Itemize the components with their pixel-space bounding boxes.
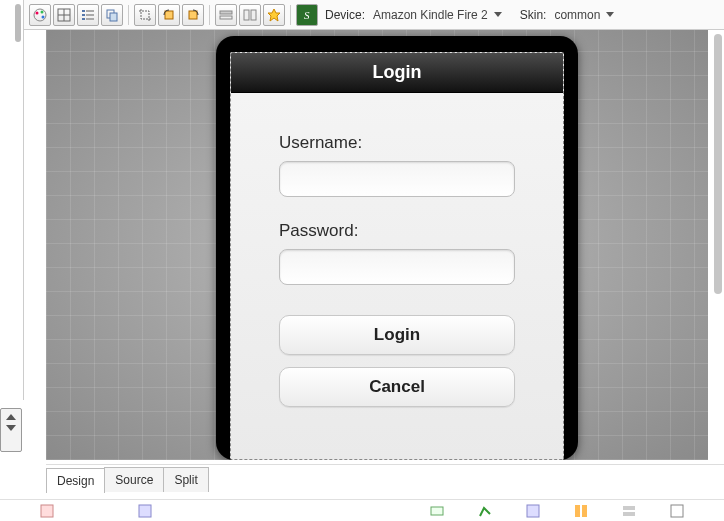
device-frame: Login Username: Password: Login Cancel [216,36,578,460]
design-canvas[interactable]: Login Username: Password: Login Cancel [46,30,708,460]
skin-label: Skin: [520,8,547,22]
svg-rect-28 [582,505,587,517]
side-panel-sliver [0,0,24,400]
status-icon-2[interactable] [138,504,152,518]
svg-rect-8 [86,10,94,12]
svg-rect-11 [82,18,85,20]
svg-rect-27 [575,505,580,517]
username-input[interactable] [279,161,515,197]
chevron-up-icon [6,414,16,420]
svg-rect-18 [220,16,232,19]
svg-rect-25 [431,507,443,515]
tab-source[interactable]: Source [104,467,164,492]
chevron-down-icon [606,12,614,17]
svg-rect-31 [671,505,683,517]
device-dropdown[interactable]: Amazon Kindle Fire 2 [369,6,506,24]
tab-split[interactable]: Split [163,467,208,492]
svg-rect-10 [86,14,94,16]
svg-rect-23 [41,505,53,517]
tab-design[interactable]: Design [46,468,105,493]
align-icon[interactable] [215,4,237,26]
svg-rect-7 [82,10,85,12]
svg-text:S: S [304,9,310,21]
svg-point-2 [41,10,44,13]
status-icon-6[interactable] [574,504,588,518]
svg-rect-20 [251,10,256,20]
script-icon[interactable]: S [296,4,318,26]
svg-rect-16 [189,11,197,19]
status-icon-8[interactable] [670,504,684,518]
svg-marker-21 [268,9,280,21]
status-icon-4[interactable] [478,504,492,518]
star-icon[interactable] [263,4,285,26]
skin-dropdown[interactable]: common [550,6,618,24]
canvas-scrollbar[interactable] [714,34,722,454]
chevron-down-icon [494,12,502,17]
editor-tabs: Design Source Split [46,464,724,492]
svg-rect-29 [623,506,635,510]
chevron-down-icon [6,425,16,431]
status-icon-5[interactable] [526,504,540,518]
svg-rect-26 [527,505,539,517]
svg-rect-15 [165,11,173,19]
status-icon-7[interactable] [622,504,636,518]
svg-rect-24 [139,505,151,517]
cancel-button[interactable]: Cancel [279,367,515,407]
login-button[interactable]: Login [279,315,515,355]
username-label: Username: [279,133,515,153]
scrollbar-thumb[interactable] [714,34,722,294]
side-panel-scrollbar[interactable] [15,4,21,42]
svg-rect-19 [244,10,249,20]
skin-dropdown-value: common [554,8,600,22]
columns-icon[interactable] [239,4,261,26]
editor-toolbar: S Device: Amazon Kindle Fire 2 Skin: com… [24,0,724,30]
svg-rect-12 [86,18,94,20]
device-dropdown-value: Amazon Kindle Fire 2 [373,8,488,22]
svg-point-3 [42,15,45,18]
grid-icon[interactable] [53,4,75,26]
rotate-right-icon[interactable] [182,4,204,26]
palette-icon[interactable] [29,4,51,26]
svg-rect-30 [623,512,635,516]
svg-rect-17 [220,11,232,14]
password-label: Password: [279,221,515,241]
svg-point-1 [36,11,39,14]
screen-titlebar[interactable]: Login [231,53,563,93]
side-panel-toggle[interactable] [0,408,22,452]
password-input[interactable] [279,249,515,285]
screen-body: Username: Password: Login Cancel [231,93,563,459]
device-label: Device: [325,8,365,22]
rotate-left-icon[interactable] [158,4,180,26]
status-icon-1[interactable] [40,504,54,518]
svg-rect-9 [82,14,85,16]
svg-rect-14 [110,13,117,21]
device-screen[interactable]: Login Username: Password: Login Cancel [230,52,564,460]
list-icon[interactable] [77,4,99,26]
crop-icon[interactable] [134,4,156,26]
copy-icon[interactable] [101,4,123,26]
status-bar [0,499,724,521]
svg-point-0 [34,9,46,21]
status-icon-3[interactable] [430,504,444,518]
screen-title: Login [373,62,422,83]
